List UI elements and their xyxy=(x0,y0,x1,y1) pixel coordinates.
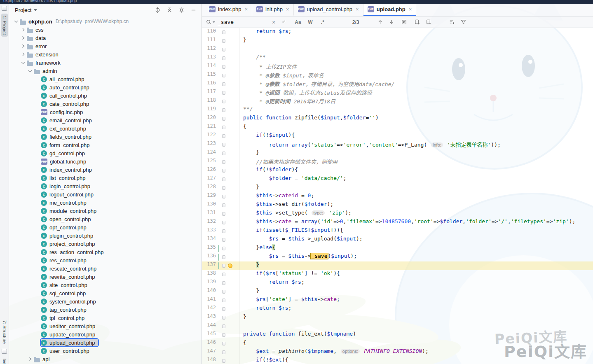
code-line[interactable]: 114 * 上传ZIP文件 xyxy=(202,63,593,71)
close-tab-icon[interactable]: × xyxy=(409,6,412,12)
filter-funnel-icon[interactable] xyxy=(460,19,466,26)
editor-tab-index-php[interactable]: PHPindex.php× xyxy=(205,4,252,16)
collapse-all-icon[interactable] xyxy=(166,7,173,14)
search-input[interactable]: _save xyxy=(218,19,270,25)
fold-marker-icon[interactable] xyxy=(222,324,225,328)
code-line[interactable]: 137 } xyxy=(202,261,593,270)
fold-marker-icon[interactable] xyxy=(222,134,225,138)
tree-item-global-func-php[interactable]: PHPglobal.func.php xyxy=(9,157,202,166)
fold-marker-icon[interactable] xyxy=(222,160,225,164)
tree-item-site_control-php[interactable]: csite_control.php xyxy=(9,281,202,289)
tree-item-config-inc-php[interactable]: PHPconfig.inc.php xyxy=(9,108,202,116)
code-line[interactable]: 136 $rs = $this->_save($input); xyxy=(202,253,593,261)
chevron-right-icon[interactable] xyxy=(19,37,26,39)
tree-item-sql_control-php[interactable]: csql_control.php xyxy=(9,289,202,297)
code-line[interactable]: 140 } xyxy=(202,287,593,296)
intention-bulb-icon[interactable] xyxy=(228,264,232,268)
tree-item-update_control-php[interactable]: cupdate_control.php xyxy=(9,330,202,338)
tree-item-ueditor_control-php[interactable]: cueditor_control.php xyxy=(9,322,202,330)
code-line[interactable]: 129 $this->cateid = 0; xyxy=(202,192,593,201)
tree-item-open_control-php[interactable]: copen_control.php xyxy=(9,215,202,223)
match-case-toggle[interactable]: Aa xyxy=(293,19,302,25)
fold-marker-icon[interactable] xyxy=(222,30,225,34)
fold-marker-icon[interactable] xyxy=(222,91,225,95)
fold-marker-icon[interactable] xyxy=(222,48,225,51)
project-view-selector[interactable]: Project xyxy=(15,7,37,13)
tree-item-call_control-php[interactable]: ccall_control.php xyxy=(9,91,202,100)
fold-marker-icon[interactable] xyxy=(222,203,225,207)
fold-marker-icon[interactable] xyxy=(222,307,225,311)
fold-marker-icon[interactable] xyxy=(222,117,225,121)
code-line[interactable]: 112 xyxy=(202,45,593,54)
tree-item-login_control-php[interactable]: clogin_control.php xyxy=(9,182,202,190)
tree-item-framework[interactable]: framework xyxy=(9,58,202,67)
close-tab-icon[interactable]: × xyxy=(286,6,289,12)
code-line[interactable]: 120public function zipfile($input,$folde… xyxy=(202,114,593,123)
exclude-filter-icon[interactable] xyxy=(425,19,432,26)
chevron-right-icon[interactable] xyxy=(26,358,33,360)
whole-words-toggle[interactable]: W xyxy=(306,19,315,25)
fold-marker-icon[interactable] xyxy=(222,333,225,337)
chevron-right-icon[interactable] xyxy=(19,53,26,56)
close-tab-icon[interactable]: × xyxy=(244,6,248,12)
add-filter-icon[interactable] xyxy=(414,19,420,26)
tool-window-icon[interactable] xyxy=(2,349,7,354)
code-line[interactable]: 118 * @更新时间 2016年07月18日 xyxy=(202,97,593,106)
tree-item-upload_control-php[interactable]: cupload_control.php xyxy=(9,338,202,347)
tree-item-extension[interactable]: extension xyxy=(9,50,202,58)
fold-marker-icon[interactable] xyxy=(222,143,225,147)
fold-marker-icon[interactable] xyxy=(222,212,225,216)
tree-item-okphp-cn[interactable]: okphp.cnD:\phpstudy_pro\WWW\okphp.cn xyxy=(9,17,202,26)
fold-marker-icon[interactable] xyxy=(222,100,225,103)
fold-marker-icon[interactable] xyxy=(222,74,225,77)
code-line[interactable]: 145private function file_ext($tmpname) xyxy=(202,331,593,339)
tree-item-plugin_control-php[interactable]: cplugin_control.php xyxy=(9,231,202,240)
tree-item-api[interactable]: api xyxy=(9,355,202,363)
fold-marker-icon[interactable] xyxy=(222,195,225,198)
code-line[interactable]: 147 $ext = pathinfo($tmpname, options: P… xyxy=(202,348,593,357)
fold-marker-icon[interactable] xyxy=(222,281,225,285)
stripe-item-project[interactable]: 1: Project xyxy=(1,14,8,37)
code-line[interactable]: 142 return $rs; xyxy=(202,305,593,313)
editor-tab-init-php[interactable]: PHPinit.php× xyxy=(252,4,294,16)
code-line[interactable]: 116 * @参数 $folder，存储目录，为空使用data/cache/ xyxy=(202,80,593,89)
fold-marker-icon[interactable] xyxy=(222,359,225,363)
code-line[interactable]: 110 return $rs; xyxy=(202,28,593,37)
tree-item-fields_control-php[interactable]: cfields_control.php xyxy=(9,133,202,141)
code-line[interactable]: 146{ xyxy=(202,339,593,348)
fold-marker-icon[interactable] xyxy=(222,264,225,268)
code-line[interactable]: 138 if($rs['status'] != 'ok'){ xyxy=(202,270,593,279)
code-line[interactable]: 125 //如果未指定存储文件夹，则使用 xyxy=(202,158,593,166)
regex-toggle[interactable]: .* xyxy=(318,19,327,25)
tree-item-all_control-php[interactable]: call_control.php xyxy=(9,75,202,83)
tree-item-form_control-php[interactable]: cform_control.php xyxy=(9,141,202,149)
code-line[interactable]: 121{ xyxy=(202,123,593,132)
hide-panel-icon[interactable] xyxy=(190,7,197,14)
search-history-icon[interactable] xyxy=(213,21,215,23)
code-line[interactable]: 126 if(!$folder){ xyxy=(202,166,593,175)
fold-marker-icon[interactable] xyxy=(222,342,225,345)
stripe-item-partial[interactable]: les xyxy=(1,357,8,364)
tree-item-list_control-php[interactable]: clist_control.php xyxy=(9,174,202,182)
tree-item-cate_control-php[interactable]: ccate_control.php xyxy=(9,100,202,108)
tree-item-module_control-php[interactable]: cmodule_control.php xyxy=(9,207,202,215)
fold-marker-icon[interactable] xyxy=(222,177,225,181)
tool-window-icon[interactable] xyxy=(2,6,7,11)
tree-item-ext_control-php[interactable]: cext_control.php xyxy=(9,124,202,133)
chevron-right-icon[interactable] xyxy=(19,28,26,31)
fold-marker-icon[interactable] xyxy=(222,126,225,129)
code-line[interactable]: 122 if(!$input){ xyxy=(202,132,593,140)
chevron-down-icon[interactable] xyxy=(12,21,19,22)
tree-item-auto_control-php[interactable]: cauto_control.php xyxy=(9,83,202,91)
code-line[interactable]: 113 /** xyxy=(202,54,593,63)
code-line[interactable]: 144 xyxy=(202,322,593,331)
tree-item-index_control-php[interactable]: cindex_control.php xyxy=(9,166,202,174)
code-line[interactable]: 141 $rs['cate'] = $this->cate; xyxy=(202,296,593,305)
editor-tab-upload-php[interactable]: PHPupload.php× xyxy=(363,4,417,16)
fold-marker-icon[interactable] xyxy=(222,350,225,354)
tree-item-admin[interactable]: admin xyxy=(9,67,202,75)
tree-item-user_control-php[interactable]: cuser_control.php xyxy=(9,347,202,355)
code-line[interactable]: 139 return $rs; xyxy=(202,279,593,287)
fold-marker-icon[interactable] xyxy=(222,255,225,259)
tree-item-system_control-php[interactable]: csystem_control.php xyxy=(9,297,202,306)
